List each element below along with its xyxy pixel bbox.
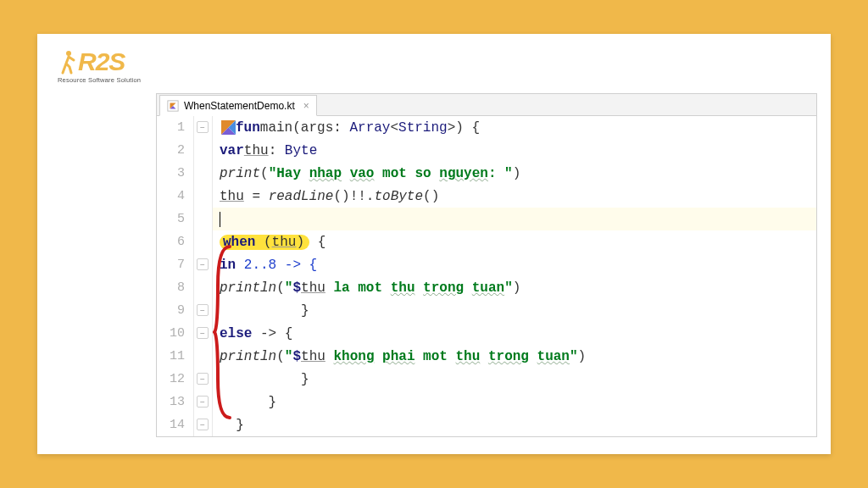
str: " (570, 349, 578, 364)
code-line: var thu: Byte (213, 139, 816, 162)
type: String (398, 120, 448, 136)
line-number: 14 (157, 413, 193, 436)
str: "Hay (269, 166, 309, 181)
code-line: println("$thu khong phai mot thu trong t… (213, 345, 816, 368)
var-name: thu (301, 280, 326, 296)
brand-logo: R2S Resource Software Solution (58, 49, 141, 84)
code-line: } (213, 368, 816, 391)
code-line-current (213, 208, 816, 230)
fn-call: readLine (269, 189, 334, 204)
logo-text: R2S (58, 49, 141, 75)
template: $ (292, 280, 301, 296)
str (464, 280, 472, 296)
fold-icon[interactable]: − (197, 396, 209, 408)
line-number: 5 (157, 208, 193, 230)
var-name: thu (272, 235, 297, 250)
str: vao (350, 166, 375, 181)
fold-icon[interactable]: − (197, 327, 209, 339)
var-name: thu (244, 143, 269, 158)
fn-call: println (220, 349, 276, 364)
str: tuan (537, 349, 570, 364)
str: " (285, 280, 293, 296)
keyword-fun: fun (236, 120, 260, 136)
line-number: 1 (157, 116, 193, 139)
str (374, 349, 382, 364)
str: trong (423, 280, 464, 296)
code-line: } (213, 299, 816, 322)
line-number: 10 (157, 322, 193, 345)
str (342, 166, 350, 181)
var-name: thu (220, 189, 244, 204)
template: $ (292, 349, 301, 364)
fn-call: toByte (374, 189, 423, 204)
line-number: 13 (157, 391, 193, 413)
fn-call: println (220, 280, 276, 296)
line-number: 12 (157, 368, 193, 391)
str: trong (488, 349, 529, 364)
type: Byte (285, 143, 317, 158)
fn-name: main (260, 120, 292, 136)
text-cursor (220, 212, 220, 227)
fold-icon[interactable]: − (197, 258, 209, 270)
range: 2..8 -> { (236, 258, 317, 273)
outer-frame: R2S Resource Software Solution WhenState… (0, 0, 868, 488)
fn-call: print (220, 166, 260, 181)
str (480, 349, 488, 364)
str: mot (415, 349, 456, 364)
code-line: in 2..8 -> { (213, 253, 816, 276)
str: : " (488, 166, 513, 181)
op: ()!!. (333, 189, 374, 204)
op: = (244, 189, 269, 204)
str: khong (333, 349, 374, 364)
code-editor: WhenStatementDemo.kt × 12345678910111213… (156, 93, 817, 437)
str: thu (456, 349, 481, 364)
line-number: 9 (157, 299, 193, 322)
line-number: 3 (157, 162, 193, 185)
var-name: thu (301, 349, 326, 364)
fold-icon[interactable]: − (197, 419, 209, 430)
tab-filename: WhenStatementDemo.kt (184, 100, 295, 112)
kotlin-icon (221, 120, 236, 135)
line-number: 8 (157, 276, 193, 299)
keyword-when: when (223, 235, 255, 250)
kotlin-file-icon (167, 100, 179, 112)
close-icon[interactable]: × (300, 100, 309, 112)
code-line: thu = readLine()!!.toByte() (213, 185, 816, 208)
line-number: 11 (157, 345, 193, 368)
fold-icon[interactable]: − (197, 304, 209, 316)
svg-point-0 (66, 51, 71, 56)
str: mot so (374, 166, 439, 181)
highlight-when: when (thu) (220, 235, 309, 250)
code-column[interactable]: fun main(args: Array<String>) { var thu:… (213, 116, 816, 436)
code-line: fun main(args: Array<String>) { (213, 116, 816, 139)
line-number: 2 (157, 139, 193, 162)
str: " (504, 280, 513, 296)
param: args (301, 120, 333, 136)
str: " (285, 349, 293, 364)
str: nguyen (439, 166, 488, 181)
str: la mot (326, 280, 391, 296)
str: thu (391, 280, 415, 296)
code-line: } (213, 413, 816, 436)
str: tuan (472, 280, 504, 296)
keyword-in: in (220, 258, 236, 273)
code-line: } (213, 391, 816, 413)
gutter: 1234567891011121314 (157, 116, 194, 436)
file-tab[interactable]: WhenStatementDemo.kt × (159, 95, 317, 116)
logo-tagline: Resource Software Solution (58, 76, 141, 84)
fold-icon[interactable]: − (197, 373, 209, 385)
type: Array (349, 120, 390, 136)
logo-letters: R2S (78, 47, 125, 75)
line-number: 6 (157, 230, 193, 253)
code-line: println("$thu la mot thu trong tuan") (213, 276, 816, 299)
slide-card: R2S Resource Software Solution WhenState… (37, 34, 831, 454)
fold-icon[interactable]: − (197, 121, 209, 133)
str (415, 280, 423, 296)
code-line: else -> { (213, 322, 816, 345)
op: () (423, 189, 439, 204)
str: nhap (309, 166, 342, 181)
keyword-var: var (220, 143, 244, 158)
line-number: 4 (157, 185, 193, 208)
code-line: when (thu) { (213, 230, 816, 253)
fold-column: − − − − − − − (194, 116, 213, 436)
